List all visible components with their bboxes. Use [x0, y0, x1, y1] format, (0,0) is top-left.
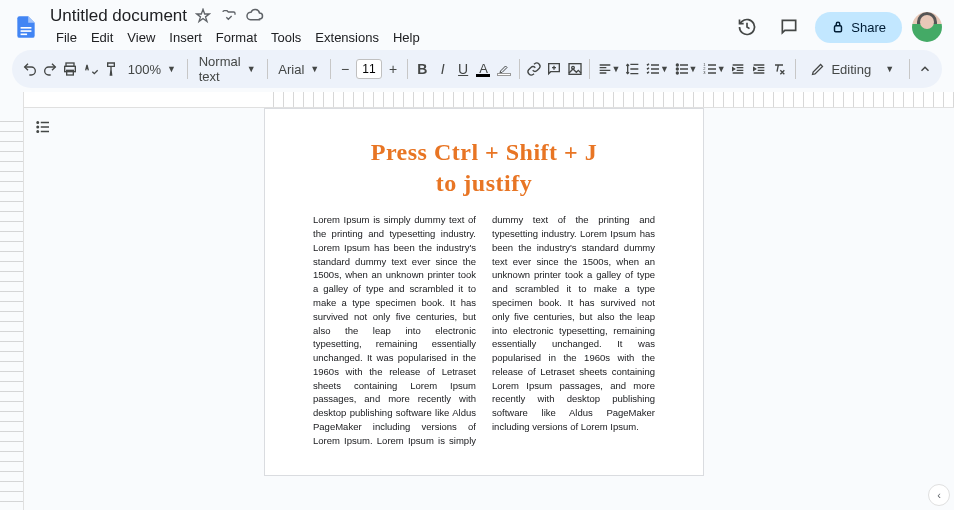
- paragraph-style-select[interactable]: Normal text▼: [193, 56, 262, 82]
- paint-format-button[interactable]: [101, 56, 120, 82]
- history-icon[interactable]: [731, 11, 763, 43]
- heading-annotation: Press Ctrl + Shift + J to justify: [313, 137, 655, 199]
- print-button[interactable]: [61, 56, 80, 82]
- italic-button[interactable]: I: [433, 56, 452, 82]
- workspace: Press Ctrl + Shift + J to justify Lorem …: [0, 92, 954, 510]
- comments-icon[interactable]: [773, 11, 805, 43]
- redo-button[interactable]: [40, 56, 59, 82]
- toolbar: 100%▼ Normal text▼ Arial▼ − + B I U A ▼ …: [12, 50, 942, 88]
- text-color-button[interactable]: A: [474, 56, 493, 82]
- svg-rect-0: [21, 27, 32, 29]
- move-icon[interactable]: [219, 6, 239, 26]
- font-size-minus[interactable]: −: [336, 59, 354, 79]
- docs-logo[interactable]: [12, 10, 40, 44]
- clear-formatting-button[interactable]: [769, 56, 788, 82]
- share-label: Share: [851, 20, 886, 35]
- spellcheck-button[interactable]: [81, 56, 100, 82]
- outdent-button[interactable]: [729, 56, 748, 82]
- menu-tools[interactable]: Tools: [265, 27, 307, 48]
- explore-button[interactable]: ‹: [928, 484, 950, 506]
- svg-text:3: 3: [703, 70, 706, 75]
- undo-button[interactable]: [20, 56, 39, 82]
- svg-point-17: [37, 131, 39, 133]
- insert-image-button[interactable]: [565, 56, 584, 82]
- menu-help[interactable]: Help: [387, 27, 426, 48]
- svg-point-10: [676, 68, 678, 70]
- bold-button[interactable]: B: [413, 56, 432, 82]
- horizontal-ruler: [24, 92, 954, 108]
- editing-mode-select[interactable]: Editing ▼: [800, 58, 904, 81]
- menu-extensions[interactable]: Extensions: [309, 27, 385, 48]
- numbered-dropdown[interactable]: ▼: [717, 64, 726, 74]
- underline-button[interactable]: U: [453, 56, 472, 82]
- title-area: Untitled document File Edit View Insert …: [48, 6, 723, 48]
- checklist-dropdown[interactable]: ▼: [660, 64, 669, 74]
- align-dropdown[interactable]: ▼: [611, 64, 620, 74]
- font-size-plus[interactable]: +: [384, 59, 402, 79]
- insert-comment-button[interactable]: [545, 56, 564, 82]
- collapse-toolbar-button[interactable]: [915, 56, 934, 82]
- document-page[interactable]: Press Ctrl + Shift + J to justify Lorem …: [264, 108, 704, 476]
- line-spacing-button[interactable]: [623, 56, 642, 82]
- indent-button[interactable]: [749, 56, 768, 82]
- vertical-ruler: [0, 92, 24, 510]
- body-text[interactable]: Lorem Ipsum is simply dummy text of the …: [313, 213, 655, 447]
- insert-link-button[interactable]: [524, 56, 543, 82]
- svg-point-9: [676, 64, 678, 66]
- menu-view[interactable]: View: [121, 27, 161, 48]
- bullet-dropdown[interactable]: ▼: [688, 64, 697, 74]
- avatar[interactable]: [912, 12, 942, 42]
- font-size-control: − +: [336, 59, 402, 79]
- menubar: File Edit View Insert Format Tools Exten…: [48, 26, 723, 48]
- star-icon[interactable]: [193, 6, 213, 26]
- zoom-select[interactable]: 100%▼: [122, 56, 182, 82]
- svg-rect-3: [835, 26, 842, 32]
- menu-file[interactable]: File: [50, 27, 83, 48]
- app-header: Untitled document File Edit View Insert …: [0, 0, 954, 50]
- cloud-icon[interactable]: [245, 6, 265, 26]
- font-select[interactable]: Arial▼: [272, 56, 325, 82]
- svg-point-16: [37, 126, 39, 128]
- svg-rect-2: [21, 34, 27, 36]
- menu-edit[interactable]: Edit: [85, 27, 119, 48]
- svg-rect-7: [569, 64, 581, 75]
- font-size-input[interactable]: [356, 59, 382, 79]
- svg-rect-1: [21, 30, 32, 32]
- svg-point-15: [37, 122, 39, 124]
- outline-toggle-button[interactable]: [30, 114, 56, 140]
- document-title[interactable]: Untitled document: [50, 6, 187, 26]
- highlight-color-button[interactable]: [494, 56, 513, 82]
- svg-point-11: [676, 72, 678, 74]
- share-button[interactable]: Share: [815, 12, 902, 43]
- menu-format[interactable]: Format: [210, 27, 263, 48]
- menu-insert[interactable]: Insert: [163, 27, 208, 48]
